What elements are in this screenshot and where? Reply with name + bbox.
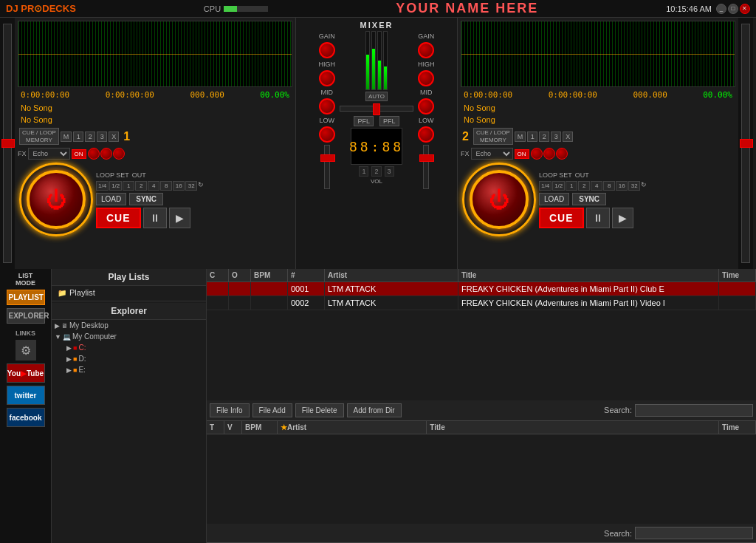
deck2-fx-knob2[interactable] — [543, 148, 555, 160]
settings-icon[interactable]: ⚙ — [16, 340, 36, 361]
deck1-fx-knob3[interactable] — [113, 148, 125, 160]
table-row-1[interactable]: 0001 LTM ATTACK FREAKY CHICKEN (Adventur… — [207, 282, 756, 296]
mixer-gain-label-1: GAIN — [319, 33, 335, 40]
tree-item-e[interactable]: ▶ ■ E: — [52, 364, 206, 375]
deck2-power-button[interactable]: ⏻ — [470, 170, 529, 229]
playlist-button[interactable]: PLAYLIST — [7, 290, 45, 305]
youtube-button[interactable]: You▶Tube — [7, 363, 45, 383]
twitter-button[interactable]: twitter — [7, 386, 45, 405]
deck2-fx-on[interactable]: ON — [515, 149, 529, 159]
deck1-cue-button[interactable]: CUE — [96, 208, 141, 228]
deck2-btn-2[interactable]: 2 — [539, 132, 549, 142]
explorer-search-input[interactable] — [635, 527, 753, 539]
table-row-2[interactable]: 0002 LTM ATTACK FREAKY CHICKEN (Adventur… — [207, 296, 756, 310]
spl-num-3[interactable]: 3 — [385, 166, 394, 177]
deck1-loop-1/2[interactable]: 1/2 — [109, 181, 122, 191]
tree-item-c[interactable]: ▶ ■ C: — [52, 342, 206, 353]
mixer-mid-knob2[interactable] — [418, 98, 434, 115]
file-info-button[interactable]: File Info — [210, 403, 250, 417]
deck2-loop-2[interactable]: 2 — [578, 181, 590, 191]
deck1-fx-knob1[interactable] — [88, 148, 100, 160]
deck1-load-button[interactable]: LOAD — [96, 193, 126, 205]
deck2-btn-m[interactable]: M — [515, 132, 526, 142]
deck1-loop-2[interactable]: 2 — [135, 181, 147, 191]
deck2-loop-8[interactable]: 8 — [603, 181, 615, 191]
right-pitch-handle[interactable] — [740, 139, 753, 148]
facebook-button[interactable]: facebook — [7, 408, 45, 427]
deck2-pause-button[interactable]: ⏸ — [586, 208, 610, 228]
deck1-btn-3[interactable]: 3 — [97, 132, 107, 142]
deck2-play-button[interactable]: ▶ — [612, 208, 633, 228]
playlist-item[interactable]: 📁 Playlist — [52, 286, 206, 299]
deck2-btn-3[interactable]: 3 — [551, 132, 561, 142]
deck1-btn-x[interactable]: X — [109, 132, 119, 142]
maximize-button[interactable]: □ — [728, 4, 738, 14]
spl-num-1[interactable]: 1 — [359, 166, 368, 177]
mixer-fader2-track[interactable] — [423, 145, 429, 189]
deck1-loop-4[interactable]: 4 — [148, 181, 159, 191]
pfl-button-2[interactable]: PFL — [379, 116, 399, 126]
mixer-fader2-handle[interactable] — [419, 154, 434, 162]
deck2-fx-knob1[interactable] — [531, 148, 543, 160]
mixer-fader1-track[interactable] — [324, 145, 330, 189]
deck1-loop-16[interactable]: 16 — [173, 181, 185, 191]
crossfader-track[interactable] — [340, 106, 413, 112]
minimize-button[interactable]: _ — [716, 4, 726, 14]
deck1-fx-on[interactable]: ON — [72, 149, 86, 159]
deck2-loop-32[interactable]: 32 — [628, 181, 640, 191]
spl-num-2[interactable]: 2 — [371, 166, 381, 177]
tree-item-mycomputer[interactable]: ▼ 💻 My Computer — [52, 331, 206, 342]
deck1-play-button[interactable]: ▶ — [169, 208, 190, 228]
deck1-btn-2[interactable]: 2 — [85, 132, 95, 142]
deck2-btn-x[interactable]: X — [563, 132, 573, 142]
tree-item-desktop[interactable]: ▶ 🖥 My Desktop — [52, 320, 206, 331]
explorer-button[interactable]: EXPLORER — [7, 308, 45, 324]
deck1-loop-1/4[interactable]: 1/4 — [96, 181, 109, 191]
file-add-button[interactable]: File Add — [252, 403, 292, 417]
pfl-button-1[interactable]: PFL — [354, 116, 374, 126]
mixer-high-knob2[interactable] — [418, 70, 434, 86]
deck2-fx-select[interactable]: Echo Reverb Flanger — [471, 148, 513, 160]
close-button[interactable]: ✕ — [740, 4, 750, 14]
mixer-mid-knob1[interactable] — [319, 98, 335, 115]
deck2-fx-knob3[interactable] — [556, 148, 568, 160]
deck1-loop-8[interactable]: 8 — [160, 181, 172, 191]
deck2-loop-4[interactable]: 4 — [591, 181, 602, 191]
mixer-gain-knob2[interactable] — [418, 42, 434, 58]
left-pitch-handle[interactable] — [1, 139, 15, 148]
mixer-fader1-handle[interactable] — [320, 154, 335, 162]
playlist-search-input[interactable] — [635, 404, 753, 417]
add-from-dir-button[interactable]: Add from Dir — [347, 403, 402, 417]
deck2-btn-1[interactable]: 1 — [527, 132, 537, 142]
deck1-platter[interactable]: ⏻ — [19, 163, 93, 236]
crossfader-handle[interactable] — [373, 103, 380, 115]
deck1-fx-knob2[interactable] — [100, 148, 112, 160]
mixer-auto-button[interactable]: AUTO — [365, 92, 388, 101]
mixer-low-knob2[interactable] — [418, 126, 434, 143]
deck1-fx-select[interactable]: Echo Reverb Flanger — [28, 148, 70, 160]
deck1-btn-1[interactable]: 1 — [73, 132, 83, 142]
deck1-loop-32[interactable]: 32 — [185, 181, 197, 191]
deck2-load-button[interactable]: LOAD — [539, 193, 569, 205]
deck2-platter[interactable]: ⏻ — [462, 163, 536, 236]
deck1-sync-button[interactable]: SYNC — [129, 193, 163, 205]
left-pitch-slider[interactable] — [3, 24, 12, 263]
deck2-loop-16[interactable]: 16 — [616, 181, 628, 191]
deck2-loop-1[interactable]: 1 — [566, 181, 577, 191]
deck1-pause-button[interactable]: ⏸ — [143, 208, 167, 228]
mixer-gain-knob1[interactable] — [319, 42, 335, 58]
deck1-btn-m[interactable]: M — [61, 132, 72, 142]
right-pitch-slider[interactable] — [741, 24, 750, 263]
mixer-low-knob1[interactable] — [319, 126, 335, 143]
mixer-low-label-2: LOW — [419, 117, 434, 124]
deck1-power-button[interactable]: ⏻ — [27, 170, 86, 229]
deck2-loop-1/4[interactable]: 1/4 — [539, 181, 551, 191]
deck2-loop-1/2[interactable]: 1/2 — [552, 181, 565, 191]
file-delete-button[interactable]: File Delete — [295, 403, 344, 417]
deck2-cue-button[interactable]: CUE — [539, 208, 584, 228]
deck2-sync-button[interactable]: SYNC — [572, 193, 606, 205]
vu-fill-3 — [378, 61, 381, 89]
tree-item-d[interactable]: ▶ ■ D: — [52, 353, 206, 364]
mixer-high-knob1[interactable] — [319, 70, 335, 86]
deck1-loop-1[interactable]: 1 — [123, 181, 134, 191]
